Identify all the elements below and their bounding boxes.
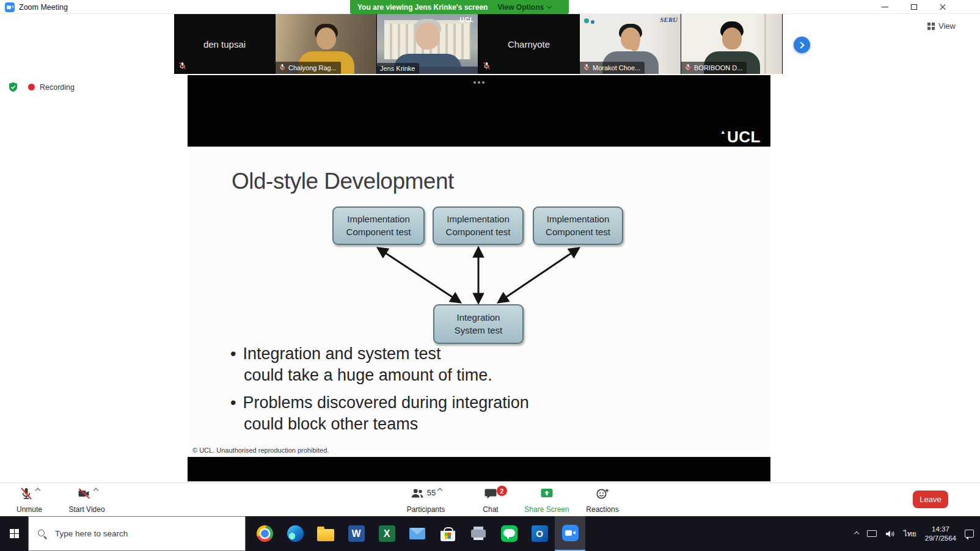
view-options-label: View Options	[497, 3, 544, 12]
window-controls	[871, 0, 957, 14]
box-line: Component test	[546, 226, 610, 239]
start-video-button[interactable]: Start Video	[61, 486, 112, 514]
taskbar-clock[interactable]: 14:37 29/7/2564	[925, 525, 956, 543]
chrome-icon[interactable]	[249, 516, 280, 551]
participant-name-tag: BORIBOON D...	[681, 62, 747, 74]
view-options-button[interactable]: View Options	[497, 3, 551, 12]
edge-icon[interactable]	[280, 516, 310, 551]
maximize-button[interactable]	[899, 0, 928, 14]
participant-name: den tupsai	[174, 14, 275, 74]
bullet-text: could take a huge amount of time.	[230, 365, 492, 386]
bullet-2: •Problems discovered during integration …	[230, 392, 529, 435]
desktop: Zoom Meeting You are viewing Jens Krinke…	[0, 0, 980, 551]
minimize-button[interactable]	[871, 0, 899, 14]
mail-icon[interactable]	[402, 516, 433, 551]
participants-count: 55	[427, 488, 436, 497]
share-screen-icon	[539, 486, 555, 501]
chat-badge: 2	[497, 486, 507, 496]
video-strip-bar: den tupsai Chaiyong Rag... UCL	[0, 14, 980, 74]
mic-muted-icon	[19, 486, 34, 501]
titlebar-left: Zoom Meeting	[5, 0, 68, 14]
chat-icon	[483, 486, 498, 501]
banner-text: You are viewing Jens Krinke's screen	[357, 3, 488, 12]
muted-mic-icon	[684, 64, 692, 72]
box-line: Implementation	[547, 213, 610, 226]
security-shield-icon[interactable]	[8, 82, 18, 92]
next-participants-button[interactable]	[794, 37, 810, 53]
implementation-box-2: Implementation Component test	[433, 206, 524, 245]
ucl-logo: ▲ UCL	[720, 128, 761, 147]
line-app-icon[interactable]	[494, 516, 524, 551]
printer-icon[interactable]	[463, 516, 494, 551]
zoom-taskbar-icon[interactable]	[555, 516, 585, 551]
clock-date: 29/7/2564	[925, 534, 956, 543]
chevron-down-icon	[547, 4, 552, 9]
reactions-button[interactable]: Reactions	[578, 486, 627, 514]
muted-mic-icon	[279, 64, 286, 72]
outlook-icon[interactable]: O	[524, 516, 555, 551]
language-indicator[interactable]: ไทย	[904, 528, 916, 539]
box-line: Component test	[446, 226, 511, 239]
clock-time: 14:37	[932, 525, 949, 534]
participant-tile-morakot[interactable]: SERU Morakot Choe...	[580, 14, 681, 74]
zoom-app-icon	[5, 2, 15, 12]
excel-icon[interactable]: X	[371, 516, 402, 551]
participant-name: Chaiyong Rag...	[288, 64, 337, 71]
participant-tile-boriboon[interactable]: BORIBOON D...	[681, 14, 783, 74]
file-explorer-icon[interactable]	[310, 516, 341, 551]
close-button[interactable]	[928, 0, 957, 14]
store-icon[interactable]	[433, 516, 463, 551]
chevron-up-icon[interactable]	[35, 488, 40, 493]
start-video-label: Start Video	[68, 505, 104, 514]
box-line: Implementation	[447, 213, 510, 226]
recording-indicator: Recording	[8, 82, 75, 92]
view-layout-button[interactable]: View	[927, 21, 956, 31]
muted-mic-icon	[178, 62, 186, 70]
leave-button[interactable]: Leave	[913, 491, 948, 508]
ucl-video-watermark: UCL	[459, 16, 474, 23]
participants-button[interactable]: 55 Participants	[397, 486, 455, 514]
reactions-label: Reactions	[586, 505, 618, 514]
search-input[interactable]	[54, 528, 245, 539]
volume-icon[interactable]	[885, 530, 895, 538]
chevron-up-icon[interactable]	[437, 488, 442, 493]
chat-button[interactable]: 2 Chat	[470, 486, 511, 514]
slide-title: Old-style Development	[232, 169, 454, 194]
participant-tile-den-tupsai[interactable]: den tupsai	[174, 14, 276, 74]
unmute-label: Unmute	[16, 505, 42, 514]
view-label: View	[938, 21, 956, 31]
participant-name: BORIBOON D...	[694, 64, 742, 71]
window-title: Zoom Meeting	[19, 3, 68, 12]
shared-screen: ▲ UCL Old-style Development Implementati…	[188, 75, 770, 481]
participant-tile-jens-krinke[interactable]: UCL Jens Krinke	[377, 14, 478, 74]
share-screen-button[interactable]: Share Screen	[518, 486, 576, 514]
implementation-box-1: Implementation Component test	[332, 206, 425, 245]
grid-layout-icon	[927, 23, 935, 30]
bullet-1: •Integration and system test could take …	[230, 343, 492, 386]
ucl-logo-mark: ▲	[720, 129, 726, 135]
recording-dot-icon	[28, 84, 35, 90]
org-logo-icon	[584, 18, 589, 23]
bullet-marker: •	[230, 393, 236, 412]
recording-label: Recording	[40, 83, 75, 92]
participant-tile-charnyote[interactable]: Charnyote	[478, 14, 580, 74]
presentation-slide: Old-style Development Implementation Com…	[188, 147, 770, 457]
participant-tile-chaiyong[interactable]: Chaiyong Rag...	[276, 14, 377, 74]
windows-logo-icon	[10, 529, 19, 538]
muted-mic-icon	[483, 62, 491, 70]
screen-share-banner: You are viewing Jens Krinke's screen Vie…	[350, 0, 569, 14]
zoom-toolbar: Unmute Start Video 55 Participants 2 Cha…	[0, 483, 980, 516]
reactions-icon	[595, 486, 610, 501]
taskbar-search[interactable]	[28, 516, 246, 551]
implementation-box-3: Implementation Component test	[533, 206, 623, 245]
display-tray-icon[interactable]	[867, 530, 877, 537]
action-center-icon[interactable]	[965, 530, 974, 538]
windows-taskbar: W X O ไทย 14:37 29/7/2564	[0, 516, 980, 551]
show-hidden-icons-chevron[interactable]	[854, 531, 859, 536]
chevron-up-icon[interactable]	[93, 488, 98, 493]
more-options-icon[interactable]	[474, 81, 476, 84]
start-button[interactable]	[0, 516, 28, 551]
unmute-button[interactable]: Unmute	[7, 486, 51, 514]
bullet-text: Integration and system test	[243, 345, 441, 363]
word-icon[interactable]: W	[341, 516, 371, 551]
